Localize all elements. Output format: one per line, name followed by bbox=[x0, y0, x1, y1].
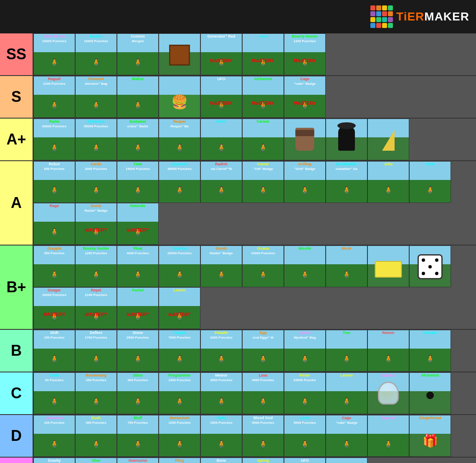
list-item[interactable]: Glue250 Punches🧍 bbox=[75, 458, 117, 463]
list-item[interactable]: Gnawa10000 Punches🧍 bbox=[242, 245, 284, 287]
list-item[interactable]: Radishcal Carrot""B🧍 bbox=[200, 161, 242, 203]
logo-grid-icon bbox=[370, 5, 393, 28]
list-item[interactable]: Pirate25000 Punche🧍 bbox=[284, 372, 326, 414]
list-item[interactable]: Slime900 Punches🧍 bbox=[117, 372, 159, 414]
list-item[interactable]: Crystal7000 Punches🧍 bbox=[159, 330, 200, 372]
list-item[interactable]: Sustainererator" Badis🧍 bbox=[117, 119, 159, 160]
list-item[interactable]: Time15000 Punches🧍 bbox=[117, 161, 159, 203]
list-item[interactable]: Robot650 Punches🧍 bbox=[33, 161, 75, 203]
list-item[interactable] bbox=[326, 119, 367, 160]
list-item[interactable] bbox=[367, 245, 409, 287]
list-item[interactable]: Farmer🧍 bbox=[242, 119, 284, 160]
list-item[interactable]: ArowMASTERY🧍 bbox=[242, 33, 284, 75]
list-item[interactable]: Meteor3500 Punches🧍 bbox=[200, 372, 242, 414]
list-item[interactable]: Monk🧍 bbox=[326, 245, 367, 287]
tier-items-c: Soda50 Punches🧍Boomerang350 Punches🧍Slim… bbox=[33, 372, 476, 414]
list-item[interactable]: Cards3000 Punches🧍 bbox=[75, 161, 117, 203]
list-item[interactable] bbox=[284, 119, 326, 160]
tier-items-a: Robot650 Punches🧍Cards3000 Punches🧍Time1… bbox=[33, 161, 476, 245]
list-item[interactable] bbox=[159, 33, 200, 75]
list-item[interactable]: Tantrum20000 Punches🧍 bbox=[159, 245, 200, 287]
list-item[interactable]: Fling2300 Punches🧍 bbox=[159, 458, 200, 463]
tier-row-ss: SSGiver of Sou10000 Punches🧍Badius10000 … bbox=[0, 33, 476, 76]
list-item[interactable]: Boomerang350 Punches🧍 bbox=[75, 372, 117, 414]
list-item[interactable]: Helix1900 Punches🧍 bbox=[200, 415, 242, 457]
list-item[interactable]: Gamer"100" Badge🧍 bbox=[242, 161, 284, 203]
list-item[interactable]: Arow🧍 bbox=[409, 161, 451, 203]
list-item[interactable]: Onager30000 PunchesMASTERY🧍 bbox=[33, 287, 75, 329]
list-item[interactable]: Alchemist bbox=[409, 372, 451, 414]
list-item[interactable]: Fireworkotechnic" Bag🧍 bbox=[75, 76, 117, 118]
list-item[interactable]: Dush450 Punches🧍 bbox=[75, 415, 117, 457]
list-item[interactable]: RetendoMASTERY🧍 bbox=[117, 203, 159, 245]
list-item[interactable]: Railer60000 Punches🧍 bbox=[33, 119, 75, 160]
list-item[interactable]: DumbRaider" Badge🧍 bbox=[200, 245, 242, 287]
tier-items-ss: Giver of Sou10000 Punches🧍Badius10000 Pu… bbox=[33, 33, 476, 75]
list-item[interactable]: Spectral bbox=[367, 372, 409, 414]
list-item[interactable]: Programmer1500 Punches🧍 bbox=[159, 372, 200, 414]
list-item[interactable]: Gingerbread🎁 bbox=[409, 415, 451, 457]
list-item[interactable]: Malice🧍 bbox=[117, 76, 159, 118]
list-item[interactable]: Eggecal Eggs" M🧍 bbox=[242, 330, 284, 372]
tier-row-f: FGravity200 Punches🧍Glue250 Punches🧍Over… bbox=[0, 458, 476, 463]
list-item[interactable]: Brickbattlerickbattler" Da🧍 bbox=[326, 161, 367, 203]
list-item[interactable]: CustomMerged🧍 bbox=[117, 33, 159, 75]
list-item[interactable]: Levitation100 Punches🧍 bbox=[33, 415, 75, 457]
list-item[interactable]: Shift150 Punches🧍 bbox=[33, 330, 75, 372]
list-item[interactable]: LemonMASTERY🧍 bbox=[159, 287, 200, 329]
list-item[interactable]: UFOMASTERY🧍 bbox=[200, 76, 242, 118]
list-item[interactable]: Paladin2000 Punches🧍 bbox=[200, 330, 242, 372]
header: TiERMAKER bbox=[0, 0, 476, 33]
list-item[interactable]: Blood God5000 Punches🧍 bbox=[242, 415, 284, 457]
list-item[interactable]: Grapple550 Punches🧍 bbox=[33, 245, 75, 287]
list-item[interactable]: Giver of Sou10000 Punches🧍 bbox=[33, 33, 75, 75]
list-item[interactable]: Momentum1050 Punches🧍 bbox=[159, 415, 200, 457]
list-item[interactable]: Cage"cake" BadgeMASTERY🧍 bbox=[284, 76, 326, 118]
list-item[interactable]: Stone2500 Punches🧍 bbox=[117, 330, 159, 372]
list-item[interactable]: Arow5000 Punches🧍 bbox=[284, 415, 326, 457]
list-item[interactable]: Gravity200 Punches🧍 bbox=[33, 458, 75, 463]
list-item[interactable]: Soda50 Punches🧍 bbox=[33, 372, 75, 414]
tier-items-d: Levitation100 Punches🧍Dush450 Punches🧍Bl… bbox=[33, 415, 476, 457]
list-item[interactable]: Jello🧍 bbox=[367, 161, 409, 203]
list-item[interactable]: Return🧍 bbox=[367, 330, 409, 372]
list-item[interactable]: AlchemistMASTERY🧍 bbox=[242, 76, 284, 118]
list-item[interactable]: Starburst50000 Punches🧍 bbox=[75, 119, 117, 160]
list-item[interactable]: Popcart🧍 bbox=[367, 415, 409, 457]
list-item[interactable]: Badius10000 Punches🧍 bbox=[75, 33, 117, 75]
list-item[interactable]: 🍔 bbox=[159, 76, 200, 118]
tier-row-a: ARobot650 Punches🧍Cards3000 Punches🧍Time… bbox=[0, 161, 476, 245]
tier-items-ap: Railer60000 Punches🧍Starburst50000 Punch… bbox=[33, 119, 476, 160]
list-item[interactable]: Lemon🧍 bbox=[326, 372, 367, 414]
list-item[interactable]: PartialMASTERY🧍 bbox=[117, 287, 159, 329]
list-item[interactable]: Lava4500 Punches🧍 bbox=[242, 372, 284, 414]
list-item[interactable]: Pulse🧍 bbox=[200, 119, 242, 160]
list-item[interactable]: Springneentor" B&B🧍 bbox=[242, 458, 284, 463]
list-item[interactable]: Tree🧍 bbox=[326, 330, 367, 372]
list-item[interactable]: Raguel2100 Punches🧍 bbox=[33, 76, 75, 118]
list-item[interactable]: Deflect1700 Punches🧍 bbox=[75, 330, 117, 372]
list-item[interactable]: Overcurse1350 Punches🧍 bbox=[117, 458, 159, 463]
list-item[interactable]: MysticMystical" Bag🧍 bbox=[284, 330, 326, 372]
list-item[interactable]: Grilling"Grill" Badge🧍 bbox=[284, 161, 326, 203]
tier-label-f: F bbox=[0, 458, 33, 463]
tier-items-b: Shift150 Punches🧍Deflect1700 Punches🧍Sto… bbox=[33, 330, 476, 372]
list-item[interactable] bbox=[326, 458, 367, 463]
list-item[interactable]: DumbRaider" BadgeMASTERY🧍 bbox=[75, 203, 117, 245]
list-item[interactable]: UFO🧍 bbox=[284, 458, 326, 463]
list-item[interactable]: Islonder🧍 bbox=[409, 330, 451, 372]
list-item[interactable]: Missile🧍 bbox=[284, 245, 326, 287]
list-item[interactable]: Quantum40000 Punches🧍 bbox=[159, 161, 200, 203]
list-item[interactable]: Repel2100 PunchesMASTERY🧍 bbox=[75, 287, 117, 329]
list-item[interactable] bbox=[409, 245, 451, 287]
list-item[interactable]: ReaperReaper" Ba🧍 bbox=[159, 119, 200, 160]
list-item[interactable]: Bluff750 Punches🧍 bbox=[117, 415, 159, 457]
list-item[interactable]: Rage🧍 bbox=[33, 203, 75, 245]
list-item[interactable]: Generator" BadMASTERY🧍 bbox=[200, 33, 242, 75]
list-item[interactable]: Cage"cake" Badge🧍 bbox=[326, 415, 367, 457]
list-item[interactable]: Bounty Hunter1200 PunchesMASTERY🧍 bbox=[284, 33, 326, 75]
list-item[interactable] bbox=[367, 119, 409, 160]
list-item[interactable]: Bounty Hunter1200 Punches🧍 bbox=[75, 245, 117, 287]
list-item[interactable]: Bone5500 Punches🧍 bbox=[200, 458, 242, 463]
list-item[interactable]: Pleat4000 Punches🧍 bbox=[117, 245, 159, 287]
